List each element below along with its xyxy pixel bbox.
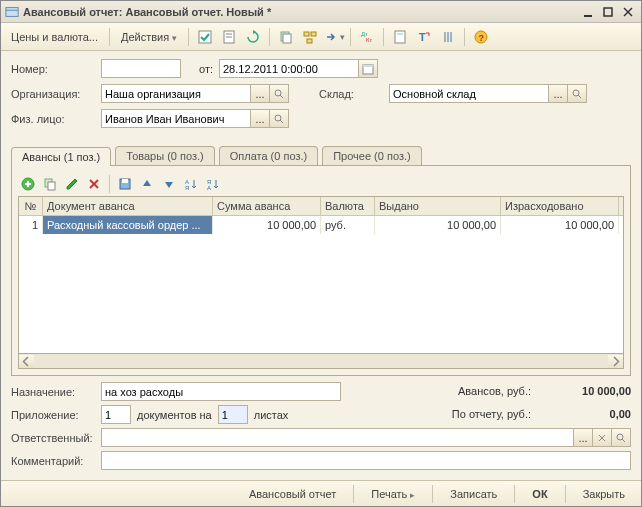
tab-avansy[interactable]: Авансы (1 поз.) [11, 147, 111, 166]
scroll-left-icon[interactable] [19, 355, 34, 368]
org-select-icon[interactable]: ... [251, 84, 270, 103]
form-header: Номер: от: 28.12.2011 0:00:00 Организаци… [1, 51, 641, 142]
resp-clear-icon[interactable] [593, 428, 612, 447]
tab-prochee[interactable]: Прочее (0 поз.) [322, 146, 421, 165]
move-up-icon[interactable] [137, 174, 157, 194]
edit-icon[interactable] [62, 174, 82, 194]
svg-rect-26 [363, 65, 373, 67]
col-sum[interactable]: Сумма аванса [213, 197, 321, 215]
close-button[interactable] [619, 4, 637, 20]
copy-row-icon[interactable] [40, 174, 60, 194]
svg-line-32 [280, 120, 283, 123]
tab-oplata[interactable]: Оплата (0 поз.) [219, 146, 318, 165]
resp-input[interactable] [101, 428, 574, 447]
prices-button[interactable]: Цены и валюта... [5, 31, 104, 43]
settings-icon[interactable] [437, 26, 459, 48]
scrollbar-horizontal[interactable] [18, 354, 624, 369]
warehouse-open-icon[interactable] [568, 84, 587, 103]
cell-n: 1 [19, 216, 43, 234]
totals: Авансов, руб.:10 000,00 [458, 385, 631, 399]
separator [514, 485, 515, 503]
separator [432, 485, 433, 503]
svg-text:Кт: Кт [366, 37, 372, 43]
col-n[interactable]: № [19, 197, 43, 215]
col-cur[interactable]: Валюта [321, 197, 375, 215]
purpose-label: Назначение: [11, 386, 101, 398]
totals2: По отчету, руб.:0,00 [452, 408, 631, 422]
add-icon[interactable] [18, 174, 38, 194]
col-sp[interactable]: Израсходовано [501, 197, 619, 215]
move-down-icon[interactable] [159, 174, 179, 194]
format-icon[interactable]: T [413, 26, 435, 48]
table-row[interactable]: 1 Расходный кассовый ордер ... 10 000,00… [19, 216, 623, 234]
separator [350, 28, 351, 46]
attach-count-input[interactable]: 1 [101, 405, 131, 424]
scroll-right-icon[interactable] [608, 355, 623, 368]
date-input[interactable]: 28.12.2011 0:00:00 [219, 59, 359, 78]
org-value: Наша организация [105, 88, 201, 100]
attach-mid: документов на [137, 409, 212, 421]
person-open-icon[interactable] [270, 109, 289, 128]
grid[interactable]: № Документ аванса Сумма аванса Валюта Вы… [18, 196, 624, 354]
structure-icon[interactable] [299, 26, 321, 48]
svg-rect-37 [48, 182, 55, 190]
maximize-button[interactable] [599, 4, 617, 20]
attach-pages-value: 1 [222, 409, 228, 421]
purpose-input[interactable]: на хоз расходы [101, 382, 341, 401]
tab-tovary[interactable]: Товары (0 поз.) [115, 146, 214, 165]
post-icon[interactable] [194, 26, 216, 48]
person-value: Иванов Иван Иванович [105, 113, 224, 125]
report-icon[interactable] [389, 26, 411, 48]
dk-icon[interactable]: ДтКт [356, 26, 378, 48]
col-iss[interactable]: Выдано [375, 197, 501, 215]
sort-desc-icon[interactable]: ЯA [203, 174, 223, 194]
save-button[interactable]: Записать [442, 486, 505, 502]
col-doc[interactable]: Документ аванса [43, 197, 213, 215]
org-input[interactable]: Наша организация [101, 84, 251, 103]
svg-line-49 [622, 439, 625, 442]
grid-header: № Документ аванса Сумма аванса Валюта Вы… [19, 197, 623, 216]
tab-panel: AЯ ЯA № Документ аванса Сумма аванса Вал… [11, 165, 631, 376]
svg-rect-12 [304, 32, 309, 36]
warehouse-input[interactable]: Основной склад [389, 84, 549, 103]
save-icon[interactable] [115, 174, 135, 194]
print-button[interactable]: Печать [363, 486, 423, 502]
sort-asc-icon[interactable]: AЯ [181, 174, 201, 194]
footer: Авансовый отчет Печать Записать ОК Закры… [1, 480, 641, 506]
number-input[interactable] [101, 59, 181, 78]
resp-open-icon[interactable] [612, 428, 631, 447]
number-label: Номер: [11, 63, 101, 75]
copy-icon[interactable] [275, 26, 297, 48]
calendar-icon[interactable] [359, 59, 378, 78]
close-footer-button[interactable]: Закрыть [575, 486, 633, 502]
attach-pages-input[interactable]: 1 [218, 405, 248, 424]
separator [353, 485, 354, 503]
cell-sp: 10 000,00 [501, 216, 619, 234]
person-select-icon[interactable]: ... [251, 109, 270, 128]
actions-button[interactable]: Действия [115, 31, 183, 43]
person-input[interactable]: Иванов Иван Иванович [101, 109, 251, 128]
attach-count-value: 1 [105, 409, 111, 421]
cell-doc: Расходный кассовый ордер ... [43, 216, 213, 234]
resp-select-icon[interactable]: ... [574, 428, 593, 447]
tabs-area: Авансы (1 поз.) Товары (0 поз.) Оплата (… [1, 142, 641, 376]
cell-iss: 10 000,00 [375, 216, 501, 234]
purpose-value: на хоз расходы [105, 386, 183, 398]
refresh-icon[interactable] [242, 26, 264, 48]
svg-text:A: A [207, 185, 211, 191]
ok-button[interactable]: ОК [524, 486, 555, 502]
comment-input[interactable] [101, 451, 631, 470]
actions-label: Действия [121, 31, 169, 43]
cell-sum: 10 000,00 [213, 216, 321, 234]
goto-icon[interactable] [323, 26, 345, 48]
attach-label: Приложение: [11, 409, 101, 421]
document-icon[interactable] [218, 26, 240, 48]
delete-icon[interactable] [84, 174, 104, 194]
minimize-button[interactable] [579, 4, 597, 20]
report-button[interactable]: Авансовый отчет [241, 486, 344, 502]
print-label: Печать [371, 488, 407, 500]
warehouse-select-icon[interactable]: ... [549, 84, 568, 103]
date-label: от: [199, 63, 213, 75]
org-open-icon[interactable] [270, 84, 289, 103]
help-icon[interactable]: ? [470, 26, 492, 48]
